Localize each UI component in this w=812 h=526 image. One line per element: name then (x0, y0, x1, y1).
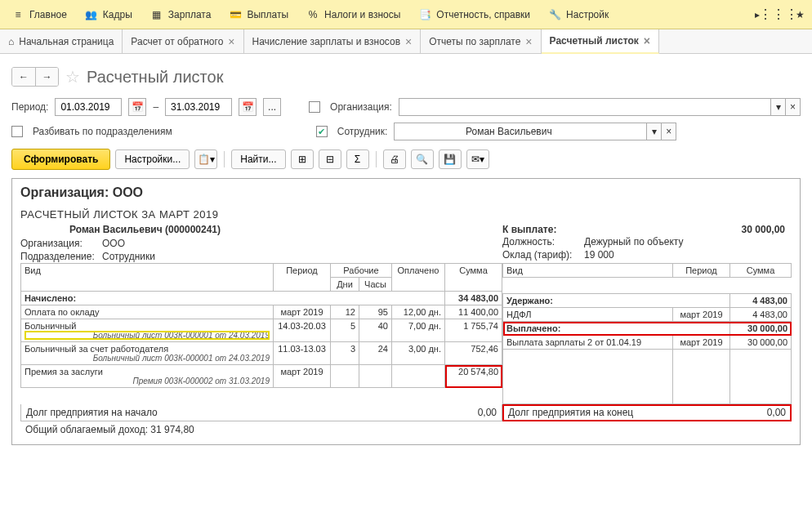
close-icon[interactable]: × (228, 35, 234, 48)
accrued-sum: 34 483,00 (445, 292, 502, 305)
org-checkbox[interactable] (309, 101, 320, 113)
calendar-icon[interactable]: 📅 (128, 98, 146, 116)
nav-otchet[interactable]: 📑Отчетность, справки (410, 3, 538, 26)
row2-sum: 1 755,74 (445, 319, 502, 342)
people-icon: 👥 (85, 8, 98, 21)
favorite-icon[interactable]: ☆ (65, 67, 80, 87)
apps-icon[interactable]: ⋮⋮⋮ (770, 6, 787, 24)
tab-3[interactable]: Отчеты по зарплате× (421, 29, 541, 53)
period-picker[interactable]: ... (263, 98, 281, 116)
close-icon[interactable]: × (405, 35, 412, 48)
expand-button[interactable]: ⊞ (291, 149, 314, 169)
split-checkbox[interactable] (11, 126, 23, 137)
separator (376, 151, 377, 167)
preview-button[interactable]: 🔍 (411, 149, 434, 169)
row2-sub: Больничный лист 003К-000001 от 24.03.201… (25, 331, 270, 340)
close-icon[interactable]: × (644, 34, 650, 47)
split-label: Разбивать по подразделениям (33, 126, 172, 137)
emp-checkbox[interactable]: ✔ (316, 126, 328, 137)
row3-days: 3 (331, 342, 359, 365)
debt-end-val: 0,00 (767, 407, 786, 418)
org-header: Организация: ООО (20, 185, 792, 200)
nav-fwd[interactable]: → (35, 68, 58, 86)
dropdown-icon[interactable]: ▾ (771, 98, 786, 116)
nav-nastroyki-label: Настройк (566, 9, 609, 20)
debt-start-row: Долг предприятия на начало 0,00 (20, 404, 502, 421)
row3-paid: 3,00 дн. (392, 342, 445, 365)
variants-button[interactable]: 📋▾ (194, 149, 217, 169)
debt-end-label: Долг предприятия на конец (508, 407, 633, 418)
nav-zarplata[interactable]: ▦Зарплата (142, 3, 220, 26)
row4-vid: Премия за заслуги (25, 367, 103, 377)
debt-end-row: Долг предприятия на конец 0,00 (502, 404, 792, 421)
sum-button[interactable]: Σ (346, 149, 369, 169)
settings-button[interactable]: Настройки... (115, 149, 190, 169)
row1-vid: Оплата по окладу (21, 305, 274, 319)
nav-main[interactable]: ≡Главное (3, 3, 75, 26)
find-button[interactable]: Найти... (231, 149, 285, 169)
th-opl: Оплачено (392, 264, 445, 292)
org-key: Организация: (20, 238, 102, 249)
debt-start-label: Долг предприятия на начало (26, 407, 158, 418)
submit-button[interactable]: Сформировать (11, 149, 110, 170)
payout-label: Выплата зарплаты 2 от 01.04.19 (503, 336, 673, 350)
sal-key: Оклад (тариф): (502, 249, 584, 261)
nav-main-label: Главное (29, 9, 67, 20)
payout-sum: 30 000,00 (730, 336, 792, 350)
row4-period: март 2019 (274, 365, 331, 388)
ndfl-label: НДФЛ (503, 308, 673, 322)
clear-icon[interactable]: × (662, 123, 676, 140)
dep-key: Подразделение: (20, 251, 102, 262)
nav-nastroyki[interactable]: 🔧Настройк (540, 3, 617, 26)
close-icon[interactable]: × (525, 35, 532, 48)
star-icon[interactable]: ★ (791, 6, 809, 24)
percent-icon: % (306, 8, 319, 21)
print-button[interactable]: 🖨 (383, 149, 406, 169)
tab-home[interactable]: ⌂Начальная страница (0, 29, 123, 53)
accruals-table: Вид Период Рабочие Оплачено Сумма Дни Ча… (20, 263, 502, 388)
report-icon: 📑 (418, 8, 431, 21)
wrench-icon: 🔧 (548, 8, 561, 21)
collapse-button[interactable]: ⊟ (319, 149, 341, 169)
deducted-label: Удержано: (503, 294, 730, 308)
th-chasy: Часы (359, 278, 392, 292)
row2-cell: БольничныйБольничный лист 003К-000001 от… (21, 319, 274, 342)
row3-period: 11.03-13.03 (274, 342, 331, 365)
row3-cell: Больничный за счет работодателяБольничны… (21, 342, 274, 365)
period-label: Период: (11, 101, 48, 113)
settings-label: Настройки... (124, 154, 181, 165)
pos-key: Должность: (502, 236, 584, 247)
page-title: Расчетный листок (87, 68, 223, 87)
emp-label: Сотрудник: (337, 126, 388, 137)
date-from[interactable] (55, 98, 122, 116)
nav-vyplaty-label: Выплаты (247, 9, 288, 20)
row4-sum: 20 574,80 (445, 365, 502, 388)
pos-val: Дежурный по объекту (584, 236, 684, 247)
separator (224, 151, 225, 167)
emp-select[interactable]: Роман Васильевич (394, 123, 647, 140)
row2-days: 5 (331, 319, 359, 342)
row2-period: 14.03-20.03 (274, 319, 331, 342)
nav-back[interactable]: ← (12, 68, 35, 86)
date-to[interactable] (165, 98, 232, 116)
dropdown-icon[interactable]: ▾ (647, 123, 662, 140)
org-select[interactable] (399, 98, 771, 116)
tab-1[interactable]: Расчет от обратного× (123, 29, 243, 53)
th-vid: Вид (21, 264, 274, 292)
nav-kadry[interactable]: 👥Кадры (77, 3, 141, 26)
deducted-sum: 4 483,00 (730, 294, 792, 308)
th-dni: Дни (331, 278, 359, 292)
email-button[interactable]: ✉▾ (466, 149, 489, 169)
save-button[interactable]: 💾 (439, 149, 462, 169)
tab-2[interactable]: Начисление зарплаты и взносов× (244, 29, 422, 53)
deductions-table: Вид Период Сумма Удержано: 4 483,00 НДФЛ (502, 263, 792, 404)
nav-vyplaty[interactable]: 💳Выплаты (221, 3, 297, 26)
row4-cell: Премия за заслугиПремия 003К-000002 от 3… (21, 365, 274, 388)
tab-4[interactable]: Расчетный листок× (542, 29, 659, 54)
th-sum: Сумма (445, 264, 502, 292)
nav-nalogi[interactable]: %Налоги и взносы (298, 3, 408, 26)
calendar-icon[interactable]: 📅 (239, 98, 257, 116)
clear-icon[interactable]: × (786, 98, 801, 116)
paid-sum: 30 000,00 (730, 322, 792, 336)
row1-hours: 95 (359, 305, 392, 319)
